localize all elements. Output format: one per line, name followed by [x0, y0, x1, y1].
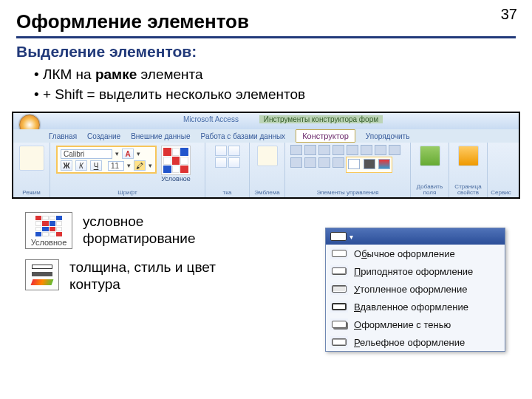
dropdown-item-icon — [330, 336, 348, 348]
style-dropdown: ▾ Обычное оформлениеПриподнятое оформлен… — [325, 228, 505, 352]
italic-icon[interactable]: К — [75, 160, 87, 171]
line-tools-button[interactable] — [25, 259, 59, 290]
group-controls-label: Элементы управления — [316, 189, 378, 196]
group-prop-sheet-label: Страница свойств — [454, 184, 482, 196]
group-grid: тка — [205, 143, 250, 197]
tab-work[interactable]: Работа с базами данных — [201, 132, 286, 140]
dropdown-item-label: Приподнятое оформление — [354, 266, 473, 277]
line-thickness-icon[interactable] — [348, 159, 360, 169]
dropdown-item[interactable]: Вдавленное оформление — [326, 298, 505, 316]
control-icon[interactable] — [332, 145, 344, 155]
dropdown-item-label: Оформление с тенью — [354, 319, 451, 330]
conditional-button[interactable]: Условное — [25, 212, 72, 249]
dropdown-item-label: Обычное оформление — [354, 248, 455, 259]
view-button-icon[interactable] — [19, 146, 44, 171]
conditional-button-icon — [35, 216, 62, 236]
bullet-2: + Shift = выделить несколько элементов — [34, 85, 532, 105]
bullet-1: ЛКМ на рамке элемента — [34, 65, 532, 85]
tab-home[interactable]: Главная — [49, 132, 77, 140]
line-caption: толщина, стиль и цвет контура — [69, 259, 225, 293]
bold-icon[interactable]: Ж — [61, 160, 72, 171]
tab-constructor-callout[interactable]: Конструктор — [296, 129, 355, 143]
control-icon[interactable] — [304, 145, 316, 155]
fill-color-icon[interactable]: 🖍 — [134, 160, 146, 171]
dropdown-item-icon — [330, 318, 348, 330]
control-icon[interactable] — [375, 145, 386, 155]
chevron-down-icon: ▾ — [349, 233, 353, 241]
dropdown-item-icon — [330, 248, 348, 259]
dropdown-item-icon — [330, 301, 348, 313]
dropdown-item[interactable]: Утопленное оформление — [326, 280, 505, 298]
dropdown-header[interactable]: ▾ — [326, 228, 505, 245]
page-number: 37 — [501, 6, 517, 23]
dropdown-item-icon — [330, 265, 348, 277]
conditional-caption: условное форматирование — [83, 214, 201, 248]
line-style-icon[interactable] — [364, 159, 375, 169]
font-color-icon[interactable]: A — [122, 149, 134, 159]
dropdown-header-swatch-icon — [330, 232, 347, 241]
grid-btn-2-icon[interactable] — [228, 146, 240, 156]
group-font: Calibri ▾ A ▾ Ж К Ч 11 ▾ 🖍 ▾ — [50, 143, 205, 197]
underline-icon[interactable]: Ч — [90, 160, 102, 171]
group-add-fields: Добавить поля — [411, 143, 449, 197]
conditional-formatting-icon[interactable] — [161, 146, 191, 175]
control-icon[interactable] — [361, 145, 372, 155]
context-title: Инструменты конструктора форм — [259, 115, 383, 123]
font-name-select[interactable]: Calibri — [61, 149, 112, 159]
bullet-list: ЛКМ на рамке элемента + Shift = выделить… — [34, 65, 532, 104]
group-view: Режим — [13, 143, 50, 197]
title-underline — [16, 36, 516, 38]
dropdown-item-label: Вдавленное оформление — [354, 301, 468, 313]
control-icon[interactable] — [290, 157, 302, 168]
control-icon[interactable] — [318, 145, 330, 155]
control-icon[interactable] — [290, 145, 302, 155]
control-icon[interactable] — [347, 145, 358, 155]
app-title: Microsoft Access Инструменты конструктор… — [50, 115, 516, 123]
font-size-select[interactable]: 11 — [108, 161, 124, 171]
page-title: Оформление элементов — [16, 10, 532, 33]
group-grid-label: тка — [223, 189, 232, 196]
group-add-fields-label: Добавить поля — [415, 184, 444, 196]
grid-btn-3-icon[interactable] — [215, 157, 227, 168]
subtitle: Выделение элементов: — [16, 43, 532, 61]
bullet-1-pre: ЛКМ на — [43, 66, 95, 82]
control-icon[interactable] — [318, 157, 330, 168]
group-emblem-label: Эмблема — [254, 189, 279, 196]
bullet-1-bold: рамке — [95, 66, 137, 82]
ribbon: Microsoft Access Инструменты конструктор… — [12, 112, 520, 199]
group-emblem: Эмблема — [250, 143, 285, 197]
line-color-icon[interactable] — [378, 159, 390, 169]
control-icon[interactable] — [304, 157, 316, 168]
grid-btn-1-icon[interactable] — [215, 146, 227, 156]
line-tools-highlight — [346, 157, 392, 173]
dropdown-item[interactable]: Оформление с тенью — [326, 316, 505, 333]
dropdown-item[interactable]: Рельефное оформление — [326, 333, 505, 351]
line-style-icon — [32, 272, 52, 276]
conditional-button-label: Условное — [26, 238, 72, 247]
ribbon-body: Режим Calibri ▾ A ▾ Ж К Ч 11 ▾ 🖍 ▾ — [13, 143, 519, 197]
line-thickness-icon — [32, 265, 52, 269]
dropdown-item-icon — [330, 283, 348, 295]
dropdown-item[interactable]: Приподнятое оформление — [326, 262, 505, 280]
tab-arrange[interactable]: Упорядочить — [366, 132, 410, 140]
font-highlight: Calibri ▾ A ▾ Ж К Ч 11 ▾ 🖍 ▾ — [56, 146, 157, 174]
control-icon[interactable] — [389, 145, 400, 155]
bullet-1-post: элемента — [137, 66, 202, 82]
group-font-label: Шрифт — [117, 189, 137, 196]
add-fields-icon[interactable] — [420, 146, 440, 166]
control-icon[interactable] — [332, 157, 344, 168]
app-title-text: Microsoft Access — [183, 115, 239, 123]
dropdown-item[interactable]: Обычное оформление — [326, 245, 505, 262]
tab-external[interactable]: Внешние данные — [131, 132, 190, 140]
prop-sheet-icon[interactable] — [458, 146, 479, 166]
group-service-label: Сервис — [491, 189, 511, 196]
group-controls: Элементы управления — [285, 143, 411, 197]
ribbon-titlebar: Microsoft Access Инструменты конструктор… — [13, 113, 519, 129]
dropdown-item-label: Утопленное оформление — [354, 284, 467, 295]
conditional-label: Условное — [161, 175, 191, 183]
tab-create[interactable]: Создание — [87, 132, 120, 140]
grid-btn-4-icon[interactable] — [228, 157, 240, 168]
emblem-button-icon[interactable] — [257, 146, 278, 166]
ribbon-tabs: Главная Создание Внешние данные Работа с… — [13, 129, 519, 143]
line-color-icon — [31, 279, 54, 285]
